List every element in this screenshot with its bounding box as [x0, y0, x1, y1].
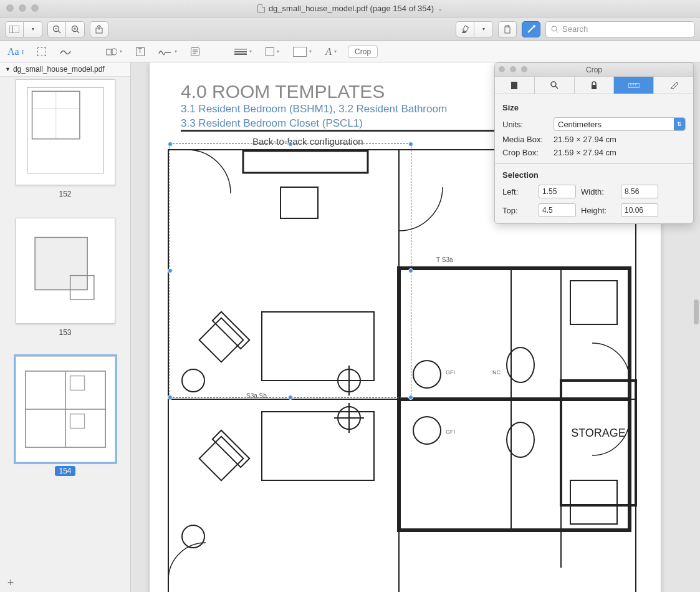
units-value: Centimeters — [558, 120, 602, 129]
cropbox-label: Crop Box: — [502, 148, 549, 157]
selection-section-label: Selection — [502, 170, 686, 180]
document-icon — [257, 4, 265, 13]
units-select[interactable]: Centimeters ⇅ — [554, 117, 686, 131]
svg-rect-47 — [199, 318, 244, 362]
window-title: dg_small_house_model.pdf (page 154 of 35… — [269, 4, 434, 13]
svg-line-15 — [556, 31, 558, 32]
svg-rect-45 — [262, 312, 374, 381]
rotate-button[interactable] — [498, 21, 517, 37]
thumbnail-152[interactable]: 152 — [16, 79, 115, 199]
zoom-out-button[interactable] — [47, 21, 66, 37]
document-canvas[interactable]: 4.0 ROOM TEMPLATES 3.1 Resident Bedroom … — [131, 62, 700, 592]
svg-line-74 — [555, 86, 558, 89]
title-wrap[interactable]: dg_small_house_model.pdf (page 154 of 35… — [257, 4, 443, 13]
ruler-icon — [628, 82, 640, 89]
disclosure-triangle-icon[interactable]: ▼ — [5, 66, 11, 72]
search-placeholder: Search — [562, 24, 588, 34]
top-input[interactable]: 4.5 — [539, 203, 576, 217]
highlight-button[interactable] — [456, 21, 474, 37]
pencil-icon — [669, 81, 678, 90]
width-input[interactable]: 8.56 — [621, 185, 658, 198]
window-controls[interactable] — [6, 4, 39, 12]
crop-button[interactable]: Crop — [348, 46, 378, 58]
sidebar-toggle-button[interactable] — [5, 21, 24, 37]
markup-button[interactable] — [522, 21, 540, 37]
thumbnail-label: 152 — [55, 189, 75, 199]
zoom-icon[interactable] — [31, 4, 39, 12]
svg-text:S3a Sb: S3a Sb — [246, 392, 267, 399]
search-icon — [550, 81, 559, 89]
title-chevron-icon: ⌄ — [438, 5, 443, 12]
svg-line-3 — [58, 31, 60, 33]
crop-inspector[interactable]: Crop Size Units: Centimeters ⇅ — [494, 62, 694, 224]
text-tool-button[interactable]: AaI — [5, 45, 26, 59]
svg-rect-0 — [9, 26, 19, 33]
svg-rect-33 — [70, 376, 84, 391]
svg-point-51 — [182, 369, 204, 392]
sidebar-header[interactable]: ▼ dg_small_house_model.pdf — [0, 62, 130, 77]
close-icon[interactable] — [6, 4, 14, 12]
fill-color-button[interactable]: ▾ — [290, 46, 314, 58]
highlight-menu-button[interactable]: ▾ — [474, 21, 493, 37]
tab-document[interactable] — [495, 77, 535, 94]
svg-rect-46 — [262, 412, 374, 480]
share-button[interactable] — [90, 21, 108, 37]
mediabox-value: 21.59 × 27.94 cm — [554, 135, 616, 144]
markup-toolbar: AaI ▾ T ▾ ▾ ▾ ▾ A▾ Crop — [0, 41, 700, 62]
units-label: Units: — [502, 120, 549, 129]
add-page-button[interactable]: + — [5, 577, 16, 588]
svg-point-63 — [413, 417, 441, 444]
main-toolbar: ▾ ▾ Search — [0, 17, 700, 41]
text-style-button[interactable]: A▾ — [323, 45, 339, 59]
left-input[interactable]: 1.55 — [539, 185, 576, 198]
cropbox-value: 21.59 × 27.94 cm — [554, 148, 616, 157]
svg-text:GFI: GFI — [446, 429, 455, 435]
svg-point-14 — [552, 26, 557, 31]
vertical-scrollbar[interactable] — [694, 299, 699, 324]
svg-text:T S3a: T S3a — [436, 256, 453, 263]
sidebar-filename: dg_small_house_model.pdf — [13, 65, 105, 74]
line-weight-button[interactable]: ▾ — [232, 47, 254, 56]
svg-rect-66 — [243, 151, 368, 173]
tab-lock[interactable] — [575, 77, 615, 94]
inspector-window-controls[interactable] — [499, 66, 527, 72]
tab-search[interactable] — [535, 77, 575, 94]
minimize-icon[interactable] — [19, 4, 26, 12]
thumbnail-sidebar: ▼ dg_small_house_model.pdf 152 153 154 + — [0, 62, 131, 592]
search-icon — [551, 26, 559, 33]
sidebar-menu-button[interactable]: ▾ — [24, 21, 42, 37]
zoom-in-button[interactable] — [66, 21, 85, 37]
note-button[interactable] — [188, 46, 202, 57]
sign-button[interactable]: ▾ — [156, 46, 180, 57]
tab-ruler[interactable] — [614, 77, 654, 94]
text-box-button[interactable]: T — [133, 46, 147, 57]
svg-point-60 — [413, 361, 441, 388]
page-heading: 4.0 ROOM TEMPLATES — [181, 81, 385, 102]
svg-rect-12 — [505, 27, 510, 33]
sketch-tool-button[interactable] — [57, 46, 74, 57]
mediabox-label: Media Box: — [502, 135, 549, 144]
size-section-label: Size — [502, 103, 686, 112]
svg-rect-24 — [27, 87, 103, 173]
select-arrows-icon: ⇅ — [674, 118, 685, 130]
svg-rect-62 — [570, 281, 617, 324]
tab-pencil[interactable] — [654, 77, 693, 94]
selection-tool-button[interactable] — [35, 46, 49, 57]
search-field[interactable]: Search — [545, 21, 695, 37]
thumbnail-153[interactable]: 153 — [16, 218, 115, 337]
svg-point-73 — [551, 82, 556, 87]
svg-text:NC: NC — [492, 369, 501, 376]
document-icon — [511, 81, 518, 90]
shapes-button[interactable]: ▾ — [103, 46, 125, 57]
svg-rect-75 — [592, 85, 597, 89]
height-input[interactable]: 10.06 — [621, 203, 658, 217]
svg-rect-65 — [570, 480, 617, 524]
inspector-titlebar[interactable]: Crop — [495, 63, 693, 77]
stroke-color-button[interactable]: ▾ — [263, 46, 282, 57]
thumbnail-154[interactable]: 154 — [16, 356, 115, 476]
svg-text:GFI: GFI — [446, 369, 455, 376]
width-label: Width: — [581, 187, 616, 197]
svg-rect-72 — [511, 82, 517, 89]
svg-rect-34 — [70, 414, 84, 429]
svg-rect-48 — [213, 312, 249, 349]
